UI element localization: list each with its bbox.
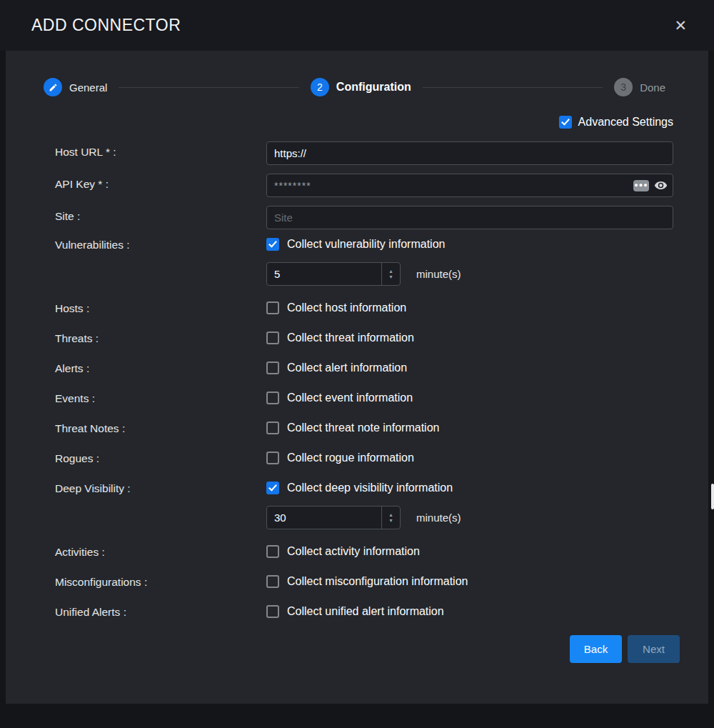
hosts-checkbox[interactable] xyxy=(266,301,279,314)
step-done[interactable]: 3 Done xyxy=(614,78,665,96)
site-input[interactable] xyxy=(266,206,673,229)
unified-alerts-checkbox[interactable] xyxy=(266,605,279,618)
close-icon[interactable]: ✕ xyxy=(674,18,687,33)
hosts-label: Hosts : xyxy=(55,302,89,314)
alerts-checkbox-label: Collect alert information xyxy=(287,361,407,374)
misconfigurations-label: Misconfigurations : xyxy=(55,576,147,588)
vulnerabilities-interval-stepper: ▴ ▾ xyxy=(266,262,401,286)
alerts-label: Alerts : xyxy=(55,362,89,374)
site-label: Site : xyxy=(55,210,80,222)
host-url-input[interactable] xyxy=(266,141,673,165)
api-key-row: API Key * : ●●● xyxy=(55,174,673,197)
advanced-settings-checkbox[interactable] xyxy=(559,116,572,129)
hosts-checkbox-label: Collect host information xyxy=(287,301,406,314)
vulnerabilities-label: Vulnerabilities : xyxy=(55,239,130,251)
misconfigurations-checkbox-label: Collect misconfiguration information xyxy=(287,575,468,588)
host-url-row: Host URL * : xyxy=(55,141,673,165)
stepper-connector xyxy=(423,87,603,88)
step-general-label: General xyxy=(69,81,107,94)
step-general-circle xyxy=(44,78,62,96)
site-row: Site : xyxy=(55,206,673,229)
activities-checkbox-label: Collect activity information xyxy=(287,545,420,558)
unified-alerts-label: Unified Alerts : xyxy=(55,606,126,618)
modal-header: ADD CONNECTOR ✕ xyxy=(0,0,714,51)
activities-checkbox[interactable] xyxy=(266,545,279,558)
next-button[interactable]: Next xyxy=(628,635,680,663)
spinner-down-icon[interactable]: ▾ xyxy=(389,274,392,280)
threat-notes-label: Threat Notes : xyxy=(55,422,125,434)
threats-checkbox-label: Collect threat information xyxy=(287,331,414,344)
stepper-connector xyxy=(119,87,298,88)
deep-visibility-interval-input[interactable] xyxy=(267,507,381,529)
step-configuration-label: Configuration xyxy=(336,81,411,94)
modal-body: General 2 Configuration 3 Done Advanced … xyxy=(6,51,708,704)
events-label: Events : xyxy=(55,392,95,404)
rogues-row: Rogues : Collect rogue information xyxy=(55,452,673,465)
step-done-label: Done xyxy=(640,81,665,94)
deep-visibility-interval-stepper: ▴ ▾ xyxy=(266,506,401,529)
vulnerabilities-interval-unit: minute(s) xyxy=(416,268,461,280)
misconfigurations-row: Misconfigurations : Collect misconfigura… xyxy=(55,575,673,589)
deep-visibility-label: Deep Visibility : xyxy=(55,482,131,494)
api-key-input[interactable] xyxy=(266,174,673,197)
activities-label: Activities : xyxy=(55,546,105,558)
spinner-control[interactable]: ▴ ▾ xyxy=(381,263,400,285)
unified-alerts-checkbox-label: Collect unified alert information xyxy=(287,605,444,618)
deep-visibility-checkbox[interactable] xyxy=(266,482,279,494)
footer: Back Next xyxy=(6,635,708,663)
events-checkbox[interactable] xyxy=(266,392,279,404)
step-configuration[interactable]: 2 Configuration xyxy=(311,78,411,96)
deep-visibility-row: Deep Visibility : Collect deep visibilit… xyxy=(55,482,673,529)
alerts-checkbox[interactable] xyxy=(266,361,279,374)
threats-row: Threats : Collect threat information xyxy=(55,331,673,345)
api-key-label: API Key * : xyxy=(55,178,109,190)
advanced-settings-label: Advanced Settings xyxy=(578,116,673,129)
alerts-row: Alerts : Collect alert information xyxy=(55,361,673,375)
pencil-icon xyxy=(49,83,58,92)
step-configuration-circle: 2 xyxy=(311,78,329,96)
deep-visibility-interval-unit: minute(s) xyxy=(416,512,461,524)
vulnerabilities-checkbox[interactable] xyxy=(266,238,279,251)
rogues-checkbox-label: Collect rogue information xyxy=(287,452,414,464)
host-url-label: Host URL * : xyxy=(55,146,116,158)
back-button[interactable]: Back xyxy=(570,635,622,663)
threats-label: Threats : xyxy=(55,332,99,344)
stepper: General 2 Configuration 3 Done xyxy=(6,51,708,96)
threat-notes-checkbox-label: Collect threat note information xyxy=(287,422,439,434)
vulnerabilities-row: Vulnerabilities : Collect vulnerability … xyxy=(55,238,673,286)
misconfigurations-checkbox[interactable] xyxy=(266,575,279,588)
activities-row: Activities : Collect activity informatio… xyxy=(55,545,673,559)
advanced-settings-row: Advanced Settings xyxy=(6,116,708,129)
vulnerabilities-checkbox-label: Collect vulnerability information xyxy=(287,238,445,251)
spinner-down-icon[interactable]: ▾ xyxy=(389,518,392,524)
hosts-row: Hosts : Collect host information xyxy=(55,301,673,315)
deep-visibility-checkbox-label: Collect deep visibility information xyxy=(287,482,453,494)
threat-notes-checkbox[interactable] xyxy=(266,422,279,434)
eye-icon[interactable] xyxy=(654,179,668,192)
spinner-control[interactable]: ▴ ▾ xyxy=(381,507,400,529)
vulnerabilities-interval-input[interactable] xyxy=(267,263,381,285)
events-checkbox-label: Collect event information xyxy=(287,392,413,404)
connector-form: Host URL * : API Key * : ●●● xyxy=(6,141,708,619)
ellipsis-icon[interactable]: ●●● xyxy=(633,180,649,191)
threats-checkbox[interactable] xyxy=(266,331,279,344)
scrollbar-thumb[interactable] xyxy=(711,484,714,509)
rogues-checkbox[interactable] xyxy=(266,452,279,464)
unified-alerts-row: Unified Alerts : Collect unified alert i… xyxy=(55,605,673,619)
rogues-label: Rogues : xyxy=(55,452,99,464)
step-general[interactable]: General xyxy=(44,78,107,96)
events-row: Events : Collect event information xyxy=(55,392,673,405)
modal-title: ADD CONNECTOR xyxy=(31,16,181,35)
step-done-circle: 3 xyxy=(614,78,633,96)
threat-notes-row: Threat Notes : Collect threat note infor… xyxy=(55,422,673,435)
